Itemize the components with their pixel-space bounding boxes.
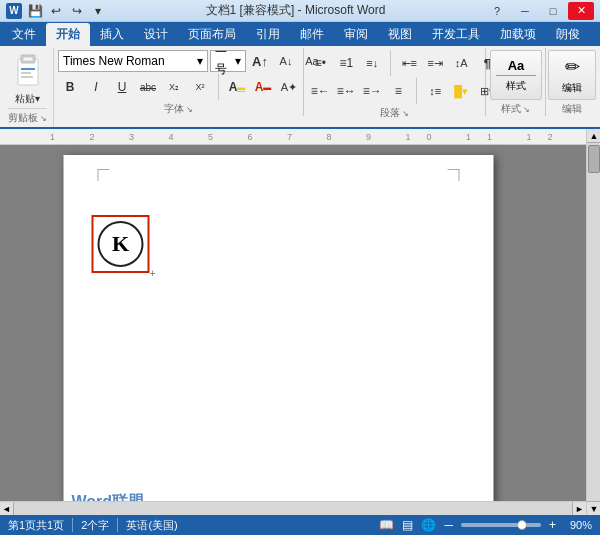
zoom-slider[interactable] [461, 523, 541, 527]
tab-file[interactable]: 文件 [2, 23, 46, 46]
font-name-dropdown[interactable]: Times New Roman ▾ [58, 50, 208, 72]
size-dropdown-arrow: ▾ [235, 54, 241, 68]
h-scroll-track[interactable] [14, 502, 572, 515]
redo-qa-button[interactable]: ↪ [68, 3, 86, 19]
close-button[interactable]: ✕ [568, 2, 594, 20]
styles-expand-icon[interactable]: ↘ [523, 105, 530, 114]
line-spacing-button[interactable]: ↕≡ [423, 80, 447, 102]
shading-button[interactable]: █▾ [449, 80, 473, 102]
read-mode-icon[interactable]: 📖 [379, 518, 394, 532]
font-group: Times New Roman ▾ 一号 ▾ A↑ A↓ Aa B I [54, 48, 304, 116]
bold-button[interactable]: B [58, 76, 82, 98]
help-button[interactable]: ? [484, 2, 510, 20]
underline-button[interactable]: U [110, 76, 134, 98]
tab-references[interactable]: 引用 [246, 23, 290, 46]
word-app-icon: W [6, 3, 22, 19]
scroll-track[interactable] [587, 143, 600, 501]
editing-group: ✏ 编辑 编辑 [546, 48, 598, 116]
font-expand-icon[interactable]: ↘ [186, 105, 193, 114]
minimize-button[interactable]: ─ [512, 2, 538, 20]
paste-button[interactable] [11, 50, 45, 90]
tab-view[interactable]: 视图 [378, 23, 422, 46]
tab-mailings[interactable]: 邮件 [290, 23, 334, 46]
tab-custom[interactable]: 朗俊 [546, 23, 590, 46]
selected-object-box[interactable]: K + [92, 215, 150, 273]
para-sep2 [416, 78, 417, 104]
print-layout-icon[interactable]: ▤ [402, 518, 413, 532]
window-title: 文档1 [兼容模式] - Microsoft Word [107, 2, 484, 19]
clipboard-expand-icon[interactable]: ↘ [40, 114, 47, 123]
para-row2: ≡← ≡↔ ≡→ ≡ ↕≡ █▾ ⊞▾ [308, 78, 499, 104]
language-indicator[interactable]: 英语(美国) [126, 518, 177, 533]
status-bar: 第1页共1页 2个字 英语(美国) 📖 ▤ 🌐 ─ + 90% [0, 515, 600, 535]
clipboard-group-label: 剪贴板 ↘ [8, 108, 47, 125]
zoom-out-button[interactable]: ─ [444, 518, 453, 532]
restore-button[interactable]: □ [540, 2, 566, 20]
styles-content: Aa 样式 [490, 50, 542, 100]
object-symbol-k: K [112, 231, 129, 257]
status-right: 📖 ▤ 🌐 ─ + 90% [379, 518, 592, 532]
zoom-in-button[interactable]: + [549, 518, 556, 532]
tab-developer[interactable]: 开发工具 [422, 23, 490, 46]
numbering-button[interactable]: ≡1 [334, 52, 358, 74]
subscript-button[interactable]: X₂ [162, 76, 186, 98]
document-page[interactable]: K + Word联盟 www.wordlm.com [64, 155, 494, 515]
scroll-thumb[interactable] [588, 145, 600, 173]
page-info: 第1页共1页 [8, 518, 64, 533]
app-window: W 💾 ↩ ↪ ▾ 文档1 [兼容模式] - Microsoft Word ? … [0, 0, 600, 535]
editing-button[interactable]: ✏ 编辑 [548, 50, 596, 100]
editing-content: ✏ 编辑 [548, 50, 596, 100]
tab-home[interactable]: 开始 [46, 23, 90, 46]
sort-button[interactable]: ↕A [449, 52, 473, 74]
justify-button[interactable]: ≡ [386, 80, 410, 102]
ribbon-tabs: 文件 开始 插入 设计 页面布局 引用 邮件 审阅 视图 开发工具 加载项 朗俊 [0, 22, 600, 46]
align-right-button[interactable]: ≡→ [360, 80, 384, 102]
ruler-horizontal: 1 2 3 4 5 6 7 8 9 10 11 12 13 [0, 129, 586, 145]
paste-text-button[interactable]: 粘贴▾ [11, 90, 44, 108]
undo-qa-button[interactable]: ↩ [47, 3, 65, 19]
para-sep1 [390, 50, 391, 76]
decrease-font-button[interactable]: A↓ [274, 50, 298, 72]
align-left-button[interactable]: ≡← [308, 80, 332, 102]
tab-page-layout[interactable]: 页面布局 [178, 23, 246, 46]
svg-rect-3 [21, 68, 35, 70]
font-size-dropdown[interactable]: 一号 ▾ [210, 50, 246, 72]
align-center-button[interactable]: ≡↔ [334, 80, 358, 102]
window-controls: ? ─ □ ✕ [484, 2, 594, 20]
font-color-button[interactable]: A▬ [251, 76, 275, 98]
edit-icon: ✏ [565, 56, 580, 78]
status-sep1 [72, 518, 73, 532]
increase-indent-button[interactable]: ≡⇥ [423, 52, 447, 74]
italic-button[interactable]: I [84, 76, 108, 98]
content-area: 1 2 3 4 5 6 7 8 9 10 11 12 13 K + [0, 129, 600, 515]
para-expand-icon[interactable]: ↘ [402, 109, 409, 118]
tab-insert[interactable]: 插入 [90, 23, 134, 46]
scroll-down-button[interactable]: ▼ [587, 501, 600, 515]
scroll-left-button[interactable]: ◄ [0, 502, 14, 515]
doc-content: K + [64, 155, 494, 515]
save-qa-button[interactable]: 💾 [26, 3, 44, 19]
paste-options-row: 粘贴▾ [11, 90, 44, 108]
font-group-rows: Times New Roman ▾ 一号 ▾ A↑ A↓ Aa B I [58, 50, 324, 100]
tab-design[interactable]: 设计 [134, 23, 178, 46]
scroll-up-button[interactable]: ▲ [587, 129, 600, 143]
bullets-button[interactable]: ≡• [308, 52, 332, 74]
tab-review[interactable]: 审阅 [334, 23, 378, 46]
highlight-button[interactable]: A▬ [225, 76, 249, 98]
zoom-percent[interactable]: 90% [564, 519, 592, 531]
styles-button[interactable]: Aa 样式 [490, 50, 542, 100]
clipboard-group: 粘贴▾ 剪贴板 ↘ [2, 48, 54, 127]
increase-font-button[interactable]: A↑ [248, 50, 272, 72]
tab-addins[interactable]: 加载项 [490, 23, 546, 46]
qa-dropdown-button[interactable]: ▾ [89, 3, 107, 19]
text-effect-button[interactable]: A✦ [277, 76, 301, 98]
multilevel-list-button[interactable]: ≡↓ [360, 52, 384, 74]
zoom-thumb[interactable] [517, 520, 527, 530]
web-layout-icon[interactable]: 🌐 [421, 518, 436, 532]
strikethrough-button[interactable]: abc [136, 76, 160, 98]
scrollbar-vertical: ▲ ▼ [586, 129, 600, 515]
scroll-right-button[interactable]: ► [572, 502, 586, 515]
superscript-button[interactable]: X² [188, 76, 212, 98]
decrease-indent-button[interactable]: ⇤≡ [397, 52, 421, 74]
title-bar-left: W 💾 ↩ ↪ ▾ [6, 3, 107, 19]
